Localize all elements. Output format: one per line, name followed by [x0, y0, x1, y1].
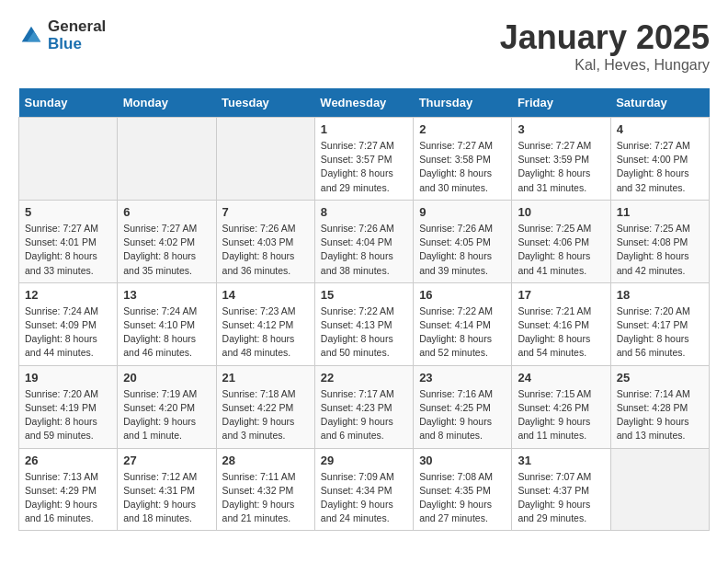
day-info: Sunrise: 7:24 AM Sunset: 4:10 PM Dayligh… [123, 304, 210, 361]
day-info: Sunrise: 7:26 AM Sunset: 4:03 PM Dayligh… [222, 222, 309, 278]
page-header: General Blue January 2025 Kal, Heves, Hu… [18, 18, 710, 74]
day-info: Sunrise: 7:23 AM Sunset: 4:12 PM Dayligh… [222, 304, 309, 361]
day-number: 1 [321, 122, 407, 136]
day-number: 13 [123, 288, 210, 302]
day-info: Sunrise: 7:27 AM Sunset: 4:02 PM Dayligh… [123, 222, 210, 278]
logo-icon [18, 23, 44, 49]
weekday-header: Thursday [414, 88, 512, 118]
calendar-cell: 14Sunrise: 7:23 AM Sunset: 4:12 PM Dayli… [216, 282, 314, 365]
calendar-cell [216, 118, 314, 201]
day-number: 6 [123, 205, 210, 219]
day-info: Sunrise: 7:26 AM Sunset: 4:05 PM Dayligh… [419, 222, 506, 278]
calendar-cell: 2Sunrise: 7:27 AM Sunset: 3:58 PM Daylig… [414, 118, 512, 201]
calendar-cell: 21Sunrise: 7:18 AM Sunset: 4:22 PM Dayli… [216, 365, 314, 448]
calendar-cell: 17Sunrise: 7:21 AM Sunset: 4:16 PM Dayli… [512, 282, 610, 365]
calendar-cell: 16Sunrise: 7:22 AM Sunset: 4:14 PM Dayli… [414, 282, 512, 365]
calendar-cell: 23Sunrise: 7:16 AM Sunset: 4:25 PM Dayli… [414, 365, 512, 448]
day-number: 2 [419, 122, 506, 136]
day-info: Sunrise: 7:11 AM Sunset: 4:32 PM Dayligh… [222, 470, 309, 526]
calendar-cell: 10Sunrise: 7:25 AM Sunset: 4:06 PM Dayli… [512, 200, 610, 282]
calendar-cell: 13Sunrise: 7:24 AM Sunset: 4:10 PM Dayli… [118, 282, 216, 365]
calendar-cell: 18Sunrise: 7:20 AM Sunset: 4:17 PM Dayli… [610, 282, 709, 365]
calendar-cell [19, 118, 118, 201]
calendar-week-row: 19Sunrise: 7:20 AM Sunset: 4:19 PM Dayli… [19, 365, 710, 448]
day-number: 5 [25, 205, 111, 219]
calendar-table: SundayMondayTuesdayWednesdayThursdayFrid… [18, 88, 710, 531]
calendar-cell: 4Sunrise: 7:27 AM Sunset: 4:00 PM Daylig… [610, 118, 709, 201]
day-number: 26 [25, 454, 111, 467]
day-info: Sunrise: 7:14 AM Sunset: 4:28 PM Dayligh… [617, 387, 703, 443]
calendar-cell: 1Sunrise: 7:27 AM Sunset: 3:57 PM Daylig… [314, 118, 413, 201]
day-info: Sunrise: 7:19 AM Sunset: 4:20 PM Dayligh… [123, 387, 210, 443]
day-info: Sunrise: 7:16 AM Sunset: 4:25 PM Dayligh… [419, 387, 506, 443]
calendar-header-row: SundayMondayTuesdayWednesdayThursdayFrid… [19, 88, 710, 118]
logo-blue: Blue [48, 36, 106, 53]
day-number: 24 [518, 371, 604, 385]
calendar-cell: 22Sunrise: 7:17 AM Sunset: 4:23 PM Dayli… [314, 365, 413, 448]
day-info: Sunrise: 7:13 AM Sunset: 4:29 PM Dayligh… [25, 470, 111, 526]
calendar-week-row: 12Sunrise: 7:24 AM Sunset: 4:09 PM Dayli… [19, 282, 710, 365]
day-number: 31 [518, 454, 604, 467]
calendar-cell: 28Sunrise: 7:11 AM Sunset: 4:32 PM Dayli… [216, 448, 314, 531]
calendar-cell: 9Sunrise: 7:26 AM Sunset: 4:05 PM Daylig… [414, 200, 512, 282]
calendar-cell: 25Sunrise: 7:14 AM Sunset: 4:28 PM Dayli… [610, 365, 709, 448]
calendar-cell: 26Sunrise: 7:13 AM Sunset: 4:29 PM Dayli… [19, 448, 118, 531]
calendar-week-row: 26Sunrise: 7:13 AM Sunset: 4:29 PM Dayli… [19, 448, 710, 531]
day-number: 16 [419, 288, 506, 302]
day-number: 12 [25, 288, 111, 302]
weekday-header: Friday [512, 88, 610, 118]
day-number: 20 [123, 371, 210, 385]
day-number: 3 [518, 122, 604, 136]
calendar-cell: 20Sunrise: 7:19 AM Sunset: 4:20 PM Dayli… [118, 365, 216, 448]
day-number: 29 [321, 454, 407, 467]
day-info: Sunrise: 7:27 AM Sunset: 4:00 PM Dayligh… [617, 139, 703, 195]
weekday-header: Wednesday [314, 88, 413, 118]
day-info: Sunrise: 7:12 AM Sunset: 4:31 PM Dayligh… [123, 470, 210, 526]
day-number: 15 [321, 288, 407, 302]
day-number: 27 [123, 454, 210, 467]
calendar-cell: 7Sunrise: 7:26 AM Sunset: 4:03 PM Daylig… [216, 200, 314, 282]
calendar-cell: 31Sunrise: 7:07 AM Sunset: 4:37 PM Dayli… [512, 448, 610, 531]
day-number: 21 [222, 371, 309, 385]
calendar-cell: 12Sunrise: 7:24 AM Sunset: 4:09 PM Dayli… [19, 282, 118, 365]
day-info: Sunrise: 7:24 AM Sunset: 4:09 PM Dayligh… [25, 304, 111, 361]
calendar-cell: 29Sunrise: 7:09 AM Sunset: 4:34 PM Dayli… [314, 448, 413, 531]
day-number: 25 [617, 371, 703, 385]
weekday-header: Saturday [610, 88, 709, 118]
title-section: January 2025 Kal, Heves, Hungary [500, 18, 710, 74]
calendar-cell: 11Sunrise: 7:25 AM Sunset: 4:08 PM Dayli… [610, 200, 709, 282]
subtitle: Kal, Heves, Hungary [500, 57, 710, 74]
day-number: 11 [617, 205, 703, 219]
calendar-cell: 6Sunrise: 7:27 AM Sunset: 4:02 PM Daylig… [118, 200, 216, 282]
day-info: Sunrise: 7:27 AM Sunset: 3:59 PM Dayligh… [518, 139, 604, 195]
day-info: Sunrise: 7:07 AM Sunset: 4:37 PM Dayligh… [518, 470, 604, 526]
day-number: 14 [222, 288, 309, 302]
day-number: 10 [518, 205, 604, 219]
day-info: Sunrise: 7:18 AM Sunset: 4:22 PM Dayligh… [222, 387, 309, 443]
day-info: Sunrise: 7:09 AM Sunset: 4:34 PM Dayligh… [321, 470, 407, 526]
weekday-header: Sunday [19, 88, 118, 118]
calendar-cell: 15Sunrise: 7:22 AM Sunset: 4:13 PM Dayli… [314, 282, 413, 365]
weekday-header: Monday [118, 88, 216, 118]
day-number: 23 [419, 371, 506, 385]
day-info: Sunrise: 7:15 AM Sunset: 4:26 PM Dayligh… [518, 387, 604, 443]
calendar-cell [118, 118, 216, 201]
day-number: 19 [25, 371, 111, 385]
day-info: Sunrise: 7:25 AM Sunset: 4:06 PM Dayligh… [518, 222, 604, 278]
calendar-cell [610, 448, 709, 531]
calendar-cell: 3Sunrise: 7:27 AM Sunset: 3:59 PM Daylig… [512, 118, 610, 201]
calendar-cell: 19Sunrise: 7:20 AM Sunset: 4:19 PM Dayli… [19, 365, 118, 448]
day-info: Sunrise: 7:27 AM Sunset: 4:01 PM Dayligh… [25, 222, 111, 278]
day-info: Sunrise: 7:08 AM Sunset: 4:35 PM Dayligh… [419, 470, 506, 526]
day-info: Sunrise: 7:25 AM Sunset: 4:08 PM Dayligh… [617, 222, 703, 278]
calendar-cell: 27Sunrise: 7:12 AM Sunset: 4:31 PM Dayli… [118, 448, 216, 531]
logo: General Blue [18, 18, 106, 52]
day-number: 18 [617, 288, 703, 302]
calendar-cell: 24Sunrise: 7:15 AM Sunset: 4:26 PM Dayli… [512, 365, 610, 448]
day-info: Sunrise: 7:17 AM Sunset: 4:23 PM Dayligh… [321, 387, 407, 443]
day-info: Sunrise: 7:22 AM Sunset: 4:13 PM Dayligh… [321, 304, 407, 361]
day-number: 8 [321, 205, 407, 219]
calendar-cell: 30Sunrise: 7:08 AM Sunset: 4:35 PM Dayli… [414, 448, 512, 531]
calendar-week-row: 5Sunrise: 7:27 AM Sunset: 4:01 PM Daylig… [19, 200, 710, 282]
day-info: Sunrise: 7:27 AM Sunset: 3:58 PM Dayligh… [419, 139, 506, 195]
